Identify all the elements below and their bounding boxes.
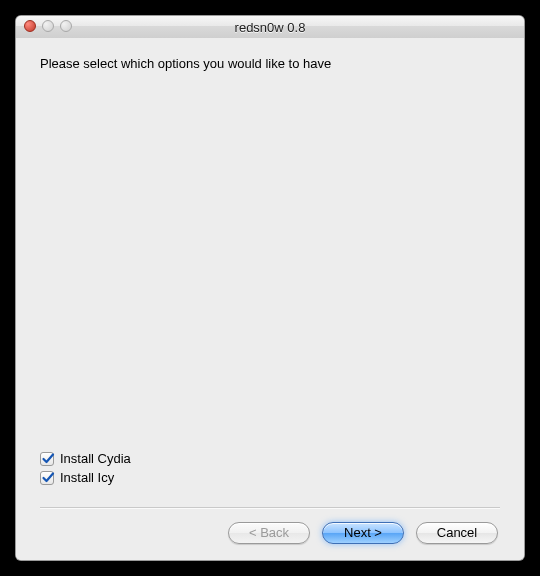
close-window-icon[interactable]: [24, 20, 36, 32]
checkmark-icon: [41, 452, 55, 466]
back-button[interactable]: < Back: [228, 522, 310, 544]
window-title: redsn0w 0.8: [16, 20, 524, 35]
checkbox-install-icy[interactable]: [40, 471, 54, 485]
option-label: Install Icy: [60, 470, 114, 485]
options-group: Install Cydia Install Icy: [40, 447, 500, 489]
traffic-lights: [24, 20, 72, 32]
option-row-install-icy: Install Icy: [40, 470, 500, 485]
titlebar[interactable]: redsn0w 0.8: [16, 16, 524, 39]
minimize-window-icon: [42, 20, 54, 32]
spacer: [40, 79, 500, 447]
button-row: < Back Next > Cancel: [40, 522, 500, 544]
option-row-install-cydia: Install Cydia: [40, 451, 500, 466]
next-button[interactable]: Next >: [322, 522, 404, 544]
zoom-window-icon: [60, 20, 72, 32]
separator: [40, 507, 500, 508]
option-label: Install Cydia: [60, 451, 131, 466]
app-window: redsn0w 0.8 Please select which options …: [15, 15, 525, 561]
content-area: Please select which options you would li…: [16, 38, 524, 560]
checkmark-icon: [41, 471, 55, 485]
instruction-text: Please select which options you would li…: [40, 56, 500, 71]
checkbox-install-cydia[interactable]: [40, 452, 54, 466]
cancel-button[interactable]: Cancel: [416, 522, 498, 544]
